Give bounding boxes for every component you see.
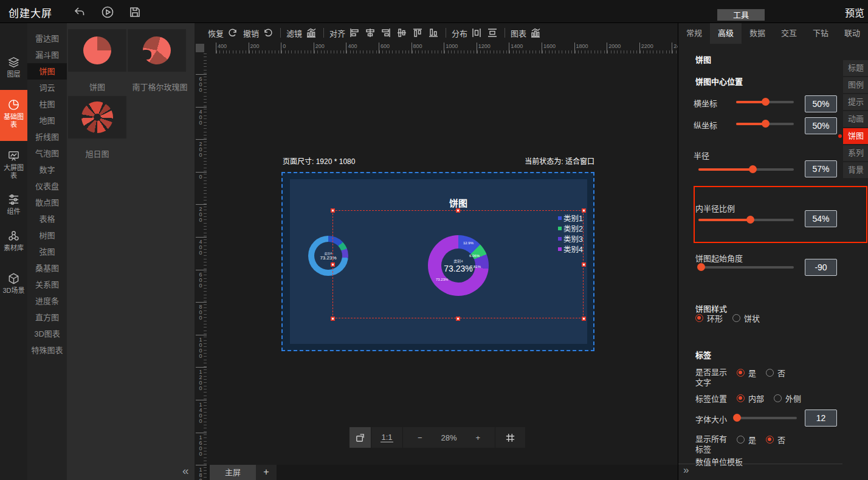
y-coordinate-slider[interactable] [736, 123, 794, 125]
side-tab[interactable]: 系列 [843, 145, 868, 161]
side-tab[interactable]: 饼图 [843, 128, 868, 144]
preview-button[interactable]: 预览 [845, 5, 864, 19]
radio-yes[interactable] [737, 369, 745, 377]
start-angle-slider[interactable] [698, 266, 794, 269]
add-screen-button[interactable]: + [256, 465, 277, 480]
back-arrow-icon[interactable] [73, 5, 86, 19]
distribute-label[interactable]: 分布 [452, 27, 467, 39]
font-size-value[interactable]: 12 [805, 410, 837, 427]
rose-chart-thumbnail[interactable] [128, 29, 186, 72]
align-bottom-icon[interactable] [428, 27, 439, 38]
chart-icon[interactable] [530, 27, 541, 38]
radio-no[interactable] [766, 369, 774, 377]
pie-chart-thumbnail[interactable] [68, 29, 126, 72]
chart-type-item[interactable]: 词云 [27, 80, 67, 96]
panel-tab[interactable]: 下钻 [805, 23, 836, 44]
actual-size-button[interactable]: 1:1 [371, 427, 403, 448]
chart-type-item[interactable]: 特殊图表 [27, 342, 67, 358]
slider-thumb[interactable] [762, 120, 770, 128]
chart-type-item[interactable]: 折线图 [27, 129, 67, 145]
radio-pie[interactable] [732, 314, 740, 322]
font-size-slider[interactable] [734, 417, 797, 419]
chart-type-item[interactable]: 树图 [27, 227, 67, 244]
align-left-icon[interactable] [349, 27, 360, 38]
legend-item[interactable]: 类别4 [558, 244, 583, 254]
screen-tab-main[interactable]: 主屏 [210, 465, 256, 480]
align-right-icon[interactable] [381, 27, 391, 38]
sidebar-item-basic-charts[interactable]: 基础图表 [0, 90, 27, 141]
distribute-v-icon[interactable] [487, 27, 498, 38]
chart-type-item[interactable]: 散点图 [27, 194, 67, 211]
fit-to-window-button[interactable] [350, 427, 371, 448]
side-tab[interactable]: 图例 [843, 77, 868, 93]
redo-icon[interactable] [227, 27, 238, 38]
undo-label[interactable]: 撤销 [243, 27, 259, 39]
selection-handle-se[interactable] [582, 317, 586, 321]
side-tab[interactable]: 动画 [843, 111, 868, 127]
panel-tab[interactable]: 高级 [710, 23, 742, 44]
chart-type-item[interactable]: 仪表盘 [27, 178, 67, 194]
slider-thumb[interactable] [733, 414, 741, 422]
sidebar-item-material-library[interactable]: 素材库 [0, 227, 27, 262]
sidebar-item-layers[interactable]: 图层 [0, 53, 27, 83]
align-top-icon[interactable] [412, 27, 423, 38]
legend-item[interactable]: 类别3 [558, 233, 583, 244]
chart-type-item[interactable]: 直方图 [27, 309, 67, 326]
tools-button[interactable]: 工具 [717, 9, 765, 21]
save-icon[interactable] [128, 5, 142, 19]
chart-type-item[interactable]: 桑基图 [27, 260, 67, 276]
panel-tab[interactable]: 交互 [773, 23, 805, 44]
chart-type-item[interactable]: 弦图 [27, 244, 67, 260]
radio-ring[interactable] [695, 314, 703, 322]
filter-label[interactable]: 滤镜 [286, 27, 302, 39]
sidebar-item-3d-scene[interactable]: 3D场景 [0, 270, 27, 306]
panel-tab[interactable]: 联动 [836, 23, 868, 44]
align-label[interactable]: 对齐 [329, 27, 345, 39]
legend-item[interactable]: 类别1 [558, 213, 583, 223]
radio-outside[interactable] [774, 394, 782, 402]
selection-handle-s[interactable] [456, 317, 460, 321]
sunburst-chart-thumbnail[interactable] [68, 96, 126, 139]
slider-thumb[interactable] [697, 263, 705, 271]
chart-type-item[interactable]: 表格 [27, 211, 67, 227]
inner-radius-value[interactable]: 54% [805, 210, 837, 227]
align-center-icon[interactable] [365, 27, 376, 38]
grid-toggle-button[interactable] [495, 427, 525, 448]
small-pie-chart-widget[interactable]: 类别4 73.23% [308, 236, 348, 276]
panel-tab[interactable]: 常规 [678, 23, 710, 44]
chart-type-item[interactable]: 雷达图 [27, 30, 67, 47]
side-tab[interactable]: 背景 [843, 162, 868, 178]
side-tab[interactable]: 提示 [843, 94, 868, 110]
chart-type-item[interactable]: 进度条 [27, 293, 67, 309]
chart-type-item[interactable]: 气泡图 [27, 145, 67, 162]
chart-type-item[interactable]: 漏斗图 [27, 47, 67, 63]
chart-type-item[interactable]: 柱图 [27, 96, 67, 112]
radio-yes[interactable] [737, 436, 745, 444]
selection-handle-w[interactable] [331, 262, 335, 267]
undo-icon[interactable] [263, 27, 274, 38]
side-tab[interactable]: 标题 [843, 60, 868, 76]
y-coordinate-value[interactable]: 50% [805, 117, 837, 134]
selection-handle-nw[interactable] [331, 208, 335, 213]
zoom-out-button[interactable]: − [418, 433, 422, 442]
x-coordinate-slider[interactable] [736, 101, 794, 103]
redo-label[interactable]: 恢复 [208, 27, 224, 39]
chart-type-item[interactable]: 3D图表 [27, 326, 67, 342]
chart-type-item[interactable]: 饼图 [27, 63, 67, 80]
slider-thumb[interactable] [762, 98, 770, 106]
selection-handle-e[interactable] [582, 262, 586, 267]
distribute-h-icon[interactable] [471, 27, 482, 38]
selection-handle-ne[interactable] [582, 208, 586, 213]
sidebar-item-screen-charts[interactable]: 大屏图表 [0, 147, 27, 185]
panel-tab[interactable]: 数据 [742, 23, 773, 44]
play-icon[interactable] [101, 5, 114, 19]
slider-thumb[interactable] [746, 216, 754, 224]
selection-handle-sw[interactable] [331, 317, 335, 321]
chart-type-item[interactable]: 地图 [27, 112, 67, 129]
radius-slider[interactable] [698, 168, 794, 171]
collapse-panel-icon[interactable]: « [182, 464, 189, 478]
sidebar-item-components[interactable]: 组件 [0, 191, 27, 225]
radius-value[interactable]: 57% [805, 160, 837, 177]
chart-type-item[interactable]: 关系图 [27, 276, 67, 293]
start-angle-value[interactable]: -90 [805, 259, 837, 276]
